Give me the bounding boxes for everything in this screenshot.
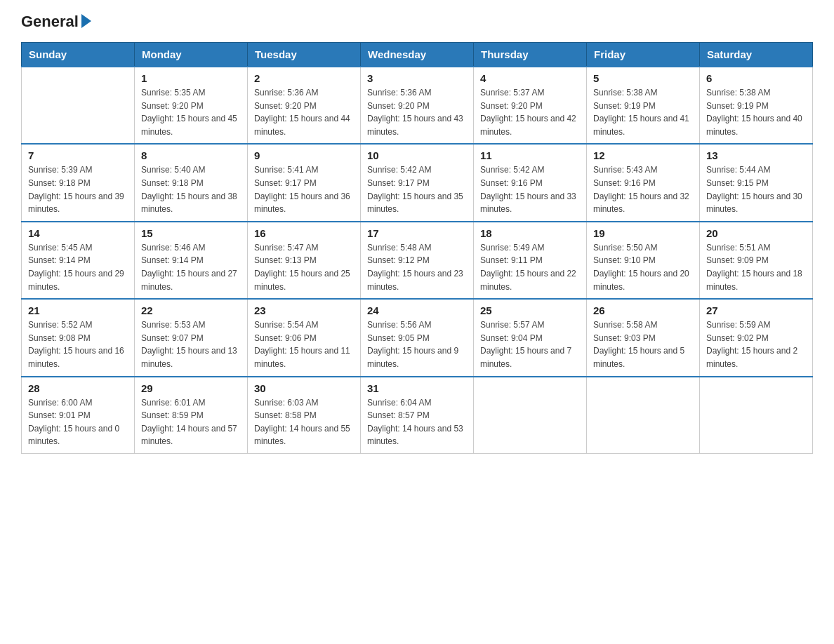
day-number: 31: [367, 382, 467, 394]
day-detail: Sunrise: 5:47 AMSunset: 9:13 PMDaylight:…: [254, 241, 354, 293]
calendar-cell: 25Sunrise: 5:57 AMSunset: 9:04 PMDayligh…: [474, 299, 587, 376]
day-number: 23: [254, 304, 354, 316]
day-detail: Sunrise: 5:42 AMSunset: 9:16 PMDaylight:…: [480, 163, 580, 215]
calendar-cell: 5Sunrise: 5:38 AMSunset: 9:19 PMDaylight…: [587, 67, 700, 144]
page-header: General: [21, 14, 813, 29]
day-number: 24: [367, 304, 467, 316]
day-number: 26: [593, 304, 693, 316]
day-detail: Sunrise: 5:53 AMSunset: 9:07 PMDaylight:…: [141, 318, 241, 370]
day-number: 22: [141, 304, 241, 316]
calendar-cell: 14Sunrise: 5:45 AMSunset: 9:14 PMDayligh…: [22, 222, 135, 299]
calendar-week-2: 7Sunrise: 5:39 AMSunset: 9:18 PMDaylight…: [22, 144, 813, 221]
day-detail: Sunrise: 5:54 AMSunset: 9:06 PMDaylight:…: [254, 318, 354, 370]
day-number: 14: [28, 227, 128, 239]
day-detail: Sunrise: 5:36 AMSunset: 9:20 PMDaylight:…: [367, 86, 467, 138]
calendar-header: SundayMondayTuesdayWednesdayThursdayFrid…: [22, 43, 813, 67]
calendar-week-5: 28Sunrise: 6:00 AMSunset: 9:01 PMDayligh…: [22, 377, 813, 454]
calendar-cell: [587, 377, 700, 454]
calendar-cell: 23Sunrise: 5:54 AMSunset: 9:06 PMDayligh…: [248, 299, 361, 376]
day-number: 20: [706, 227, 806, 239]
calendar-week-1: 1Sunrise: 5:35 AMSunset: 9:20 PMDaylight…: [22, 67, 813, 144]
day-detail: Sunrise: 5:49 AMSunset: 9:11 PMDaylight:…: [480, 241, 580, 293]
calendar-cell: 8Sunrise: 5:40 AMSunset: 9:18 PMDaylight…: [135, 144, 248, 221]
calendar-cell: 19Sunrise: 5:50 AMSunset: 9:10 PMDayligh…: [587, 222, 700, 299]
day-detail: Sunrise: 5:50 AMSunset: 9:10 PMDaylight:…: [593, 241, 693, 293]
day-detail: Sunrise: 5:57 AMSunset: 9:04 PMDaylight:…: [480, 318, 580, 370]
calendar-cell: 27Sunrise: 5:59 AMSunset: 9:02 PMDayligh…: [700, 299, 813, 376]
day-number: 6: [706, 72, 806, 84]
calendar-cell: 7Sunrise: 5:39 AMSunset: 9:18 PMDaylight…: [22, 144, 135, 221]
day-detail: Sunrise: 6:03 AMSunset: 8:58 PMDaylight:…: [254, 396, 354, 448]
calendar-cell: 16Sunrise: 5:47 AMSunset: 9:13 PMDayligh…: [248, 222, 361, 299]
day-number: 1: [141, 72, 241, 84]
day-detail: Sunrise: 5:51 AMSunset: 9:09 PMDaylight:…: [706, 241, 806, 293]
calendar-cell: 30Sunrise: 6:03 AMSunset: 8:58 PMDayligh…: [248, 377, 361, 454]
day-detail: Sunrise: 5:40 AMSunset: 9:18 PMDaylight:…: [141, 163, 241, 215]
calendar-cell: 6Sunrise: 5:38 AMSunset: 9:19 PMDaylight…: [700, 67, 813, 144]
calendar-cell: 26Sunrise: 5:58 AMSunset: 9:03 PMDayligh…: [587, 299, 700, 376]
calendar-cell: 12Sunrise: 5:43 AMSunset: 9:16 PMDayligh…: [587, 144, 700, 221]
day-detail: Sunrise: 5:56 AMSunset: 9:05 PMDaylight:…: [367, 318, 467, 370]
day-detail: Sunrise: 6:04 AMSunset: 8:57 PMDaylight:…: [367, 396, 467, 448]
day-number: 21: [28, 304, 128, 316]
day-number: 17: [367, 227, 467, 239]
day-detail: Sunrise: 5:35 AMSunset: 9:20 PMDaylight:…: [141, 86, 241, 138]
col-header-sunday: Sunday: [22, 43, 135, 67]
day-number: 3: [367, 72, 467, 84]
day-number: 18: [480, 227, 580, 239]
col-header-tuesday: Tuesday: [248, 43, 361, 67]
day-detail: Sunrise: 5:36 AMSunset: 9:20 PMDaylight:…: [254, 86, 354, 138]
calendar-cell: 20Sunrise: 5:51 AMSunset: 9:09 PMDayligh…: [700, 222, 813, 299]
day-detail: Sunrise: 5:46 AMSunset: 9:14 PMDaylight:…: [141, 241, 241, 293]
day-number: 8: [141, 149, 241, 161]
day-number: 13: [706, 149, 806, 161]
day-detail: Sunrise: 5:38 AMSunset: 9:19 PMDaylight:…: [593, 86, 693, 138]
calendar-cell: 3Sunrise: 5:36 AMSunset: 9:20 PMDaylight…: [361, 67, 474, 144]
day-detail: Sunrise: 5:38 AMSunset: 9:19 PMDaylight:…: [706, 86, 806, 138]
day-number: 7: [28, 149, 128, 161]
calendar-cell: 24Sunrise: 5:56 AMSunset: 9:05 PMDayligh…: [361, 299, 474, 376]
day-number: 16: [254, 227, 354, 239]
day-number: 27: [706, 304, 806, 316]
day-number: 12: [593, 149, 693, 161]
calendar-cell: 22Sunrise: 5:53 AMSunset: 9:07 PMDayligh…: [135, 299, 248, 376]
day-number: 10: [367, 149, 467, 161]
calendar-cell: 15Sunrise: 5:46 AMSunset: 9:14 PMDayligh…: [135, 222, 248, 299]
day-number: 29: [141, 382, 241, 394]
calendar-cell: 9Sunrise: 5:41 AMSunset: 9:17 PMDaylight…: [248, 144, 361, 221]
day-detail: Sunrise: 6:01 AMSunset: 8:59 PMDaylight:…: [141, 396, 241, 448]
day-detail: Sunrise: 5:39 AMSunset: 9:18 PMDaylight:…: [28, 163, 128, 215]
calendar-table: SundayMondayTuesdayWednesdayThursdayFrid…: [21, 42, 813, 454]
calendar-cell: 10Sunrise: 5:42 AMSunset: 9:17 PMDayligh…: [361, 144, 474, 221]
day-detail: Sunrise: 5:52 AMSunset: 9:08 PMDaylight:…: [28, 318, 128, 370]
logo: General: [21, 14, 91, 29]
calendar-cell: 1Sunrise: 5:35 AMSunset: 9:20 PMDaylight…: [135, 67, 248, 144]
calendar-cell: 13Sunrise: 5:44 AMSunset: 9:15 PMDayligh…: [700, 144, 813, 221]
calendar-cell: 2Sunrise: 5:36 AMSunset: 9:20 PMDaylight…: [248, 67, 361, 144]
calendar-cell: [22, 67, 135, 144]
calendar-cell: 17Sunrise: 5:48 AMSunset: 9:12 PMDayligh…: [361, 222, 474, 299]
day-detail: Sunrise: 5:59 AMSunset: 9:02 PMDaylight:…: [706, 318, 806, 370]
calendar-cell: 18Sunrise: 5:49 AMSunset: 9:11 PMDayligh…: [474, 222, 587, 299]
col-header-thursday: Thursday: [474, 43, 587, 67]
day-detail: Sunrise: 6:00 AMSunset: 9:01 PMDaylight:…: [28, 396, 128, 448]
day-detail: Sunrise: 5:58 AMSunset: 9:03 PMDaylight:…: [593, 318, 693, 370]
logo-text-general: General: [21, 14, 79, 29]
day-detail: Sunrise: 5:48 AMSunset: 9:12 PMDaylight:…: [367, 241, 467, 293]
day-number: 25: [480, 304, 580, 316]
col-header-friday: Friday: [587, 43, 700, 67]
calendar-week-4: 21Sunrise: 5:52 AMSunset: 9:08 PMDayligh…: [22, 299, 813, 376]
day-number: 5: [593, 72, 693, 84]
calendar-cell: 4Sunrise: 5:37 AMSunset: 9:20 PMDaylight…: [474, 67, 587, 144]
col-header-monday: Monday: [135, 43, 248, 67]
logo-arrow-icon: [81, 14, 91, 28]
calendar-cell: 28Sunrise: 6:00 AMSunset: 9:01 PMDayligh…: [22, 377, 135, 454]
day-detail: Sunrise: 5:41 AMSunset: 9:17 PMDaylight:…: [254, 163, 354, 215]
calendar-cell: 11Sunrise: 5:42 AMSunset: 9:16 PMDayligh…: [474, 144, 587, 221]
day-number: 28: [28, 382, 128, 394]
day-number: 4: [480, 72, 580, 84]
day-detail: Sunrise: 5:42 AMSunset: 9:17 PMDaylight:…: [367, 163, 467, 215]
col-header-wednesday: Wednesday: [361, 43, 474, 67]
calendar-cell: [474, 377, 587, 454]
day-number: 19: [593, 227, 693, 239]
